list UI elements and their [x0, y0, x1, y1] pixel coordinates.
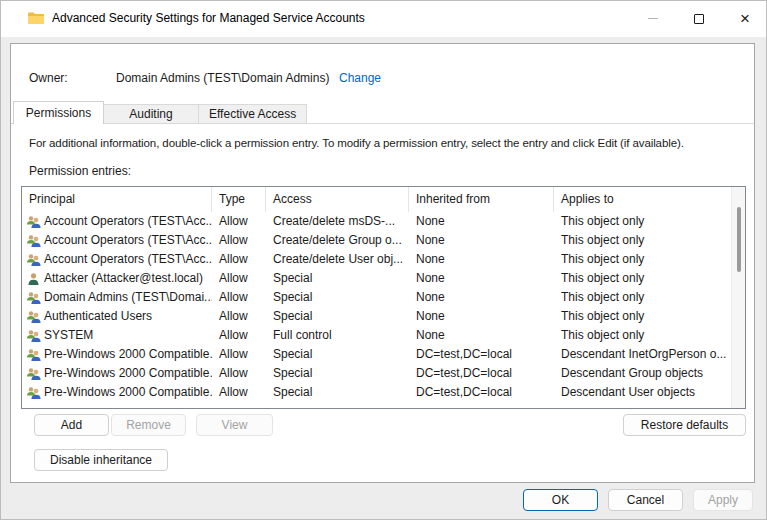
applies-to-cell: This object only [554, 288, 731, 307]
owner-value: Domain Admins (TEST\Domain Admins) [116, 71, 329, 85]
table-row[interactable]: Pre-Windows 2000 Compatible...AllowSpeci… [22, 383, 731, 402]
table-row[interactable]: Authenticated UsersAllowSpecialNoneThis … [22, 307, 731, 326]
type-cell: Allow [212, 288, 266, 307]
type-cell: Allow [212, 269, 266, 288]
principal-cell: Authenticated Users [22, 307, 212, 326]
principal-cell: Attacker (Attacker@test.local) [22, 269, 212, 288]
group-icon [26, 310, 41, 324]
maximize-icon [694, 14, 704, 24]
table-row[interactable]: Attacker (Attacker@test.local)AllowSpeci… [22, 269, 731, 288]
principal-text: Pre-Windows 2000 Compatible... [44, 364, 212, 383]
permission-entries-label: Permission entries: [29, 164, 131, 178]
table-header: PrincipalTypeAccessInherited fromApplies… [22, 187, 731, 212]
principal-text: Account Operators (TEST\Acc... [44, 250, 212, 269]
add-button[interactable]: Add [34, 414, 109, 436]
access-cell: Special [266, 345, 409, 364]
inherited-from-cell: None [409, 307, 554, 326]
principal-cell: Pre-Windows 2000 Compatible... [22, 383, 212, 402]
principal-cell: Domain Admins (TEST\Domai... [22, 288, 212, 307]
scrollbar-thumb[interactable] [737, 207, 741, 272]
group-icon [26, 215, 41, 229]
restore-defaults-button[interactable]: Restore defaults [623, 414, 746, 436]
applies-to-cell: This object only [554, 231, 731, 250]
access-cell: Special [266, 288, 409, 307]
principal-text: Domain Admins (TEST\Domai... [44, 288, 212, 307]
remove-button: Remove [111, 414, 186, 436]
instructions-text: For additional information, double-click… [29, 137, 751, 149]
access-cell: Special [266, 269, 409, 288]
column-header-type[interactable]: Type [212, 187, 266, 212]
user-icon [26, 272, 41, 286]
group-icon [26, 367, 41, 381]
type-cell: Allow [212, 212, 266, 231]
group-icon [26, 291, 41, 305]
tab-bar: PermissionsAuditingEffective Access [13, 101, 306, 124]
principal-text: SYSTEM [44, 326, 93, 345]
close-button[interactable]: × [728, 0, 762, 37]
type-cell: Allow [212, 364, 266, 383]
owner-change-link[interactable]: Change [339, 71, 381, 85]
table-row[interactable]: SYSTEMAllowFull controlNoneThis object o… [22, 326, 731, 345]
principal-cell: Account Operators (TEST\Acc... [22, 231, 212, 250]
principal-text: Account Operators (TEST\Acc... [44, 231, 212, 250]
apply-button: Apply [693, 489, 753, 511]
table-row[interactable]: Pre-Windows 2000 Compatible...AllowSpeci… [22, 345, 731, 364]
column-header-principal[interactable]: Principal [22, 187, 212, 212]
group-icon [26, 386, 41, 400]
ok-button[interactable]: OK [523, 489, 598, 511]
folder-icon [27, 11, 45, 25]
table-scrollbar[interactable] [731, 187, 745, 408]
disable-inheritance-button[interactable]: Disable inheritance [34, 449, 168, 471]
table-row[interactable]: Pre-Windows 2000 Compatible...AllowSpeci… [22, 364, 731, 383]
group-icon [26, 348, 41, 362]
type-cell: Allow [212, 326, 266, 345]
content-panel: Owner: Domain Admins (TEST\Domain Admins… [10, 43, 755, 483]
table-row[interactable]: Account Operators (TEST\Acc...AllowCreat… [22, 212, 731, 231]
view-button: View [196, 414, 273, 436]
principal-cell: SYSTEM [22, 326, 212, 345]
type-cell: Allow [212, 383, 266, 402]
principal-text: Authenticated Users [44, 307, 152, 326]
access-cell: Full control [266, 326, 409, 345]
access-cell: Special [266, 307, 409, 326]
group-icon [26, 253, 41, 267]
table-row[interactable]: Account Operators (TEST\Acc...AllowCreat… [22, 231, 731, 250]
access-cell: Special [266, 364, 409, 383]
principal-cell: Account Operators (TEST\Acc... [22, 250, 212, 269]
applies-to-cell: Descendant InetOrgPerson o... [554, 345, 731, 364]
applies-to-cell: This object only [554, 307, 731, 326]
principal-cell: Account Operators (TEST\Acc... [22, 212, 212, 231]
applies-to-cell: Descendant User objects [554, 383, 731, 402]
tab-auditing[interactable]: Auditing [103, 104, 199, 124]
applies-to-cell: This object only [554, 326, 731, 345]
minimize-button[interactable] [636, 0, 670, 37]
column-header-applies-to[interactable]: Applies to [554, 187, 731, 212]
cancel-button[interactable]: Cancel [608, 489, 683, 511]
applies-to-cell: This object only [554, 212, 731, 231]
tab-permissions[interactable]: Permissions [13, 101, 104, 124]
access-cell: Create/delete Group o... [266, 231, 409, 250]
column-header-inherited-from[interactable]: Inherited from [409, 187, 554, 212]
footer-bar: OK Cancel Apply [0, 483, 767, 520]
inherited-from-cell: DC=test,DC=local [409, 383, 554, 402]
access-cell: Special [266, 383, 409, 402]
principal-text: Account Operators (TEST\Acc... [44, 212, 212, 231]
group-icon [26, 329, 41, 343]
inherited-from-cell: None [409, 212, 554, 231]
group-icon [26, 234, 41, 248]
window-title: Advanced Security Settings for Managed S… [52, 0, 365, 37]
table-row[interactable]: Account Operators (TEST\Acc...AllowCreat… [22, 250, 731, 269]
maximize-button[interactable] [682, 0, 716, 37]
principal-text: Pre-Windows 2000 Compatible... [44, 383, 212, 402]
inherited-from-cell: DC=test,DC=local [409, 364, 554, 383]
inherited-from-cell: None [409, 288, 554, 307]
table-row[interactable]: Domain Admins (TEST\Domai...AllowSpecial… [22, 288, 731, 307]
title-bar: Advanced Security Settings for Managed S… [0, 0, 767, 37]
owner-row: Owner: Domain Admins (TEST\Domain Admins… [11, 71, 754, 89]
owner-label: Owner: [29, 71, 68, 85]
tab-effective-access[interactable]: Effective Access [198, 104, 307, 124]
access-cell: Create/delete msDS-... [266, 212, 409, 231]
column-header-access[interactable]: Access [266, 187, 409, 212]
inherited-from-cell: None [409, 269, 554, 288]
table-body: Account Operators (TEST\Acc...AllowCreat… [22, 212, 731, 402]
